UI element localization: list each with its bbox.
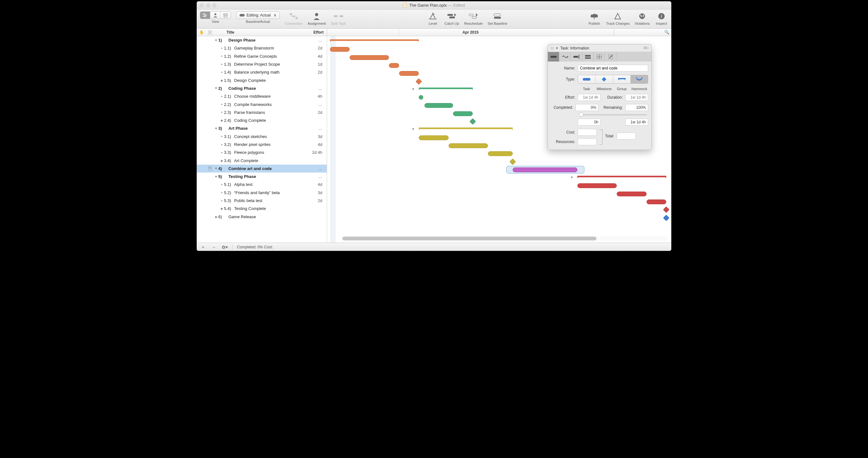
type-group-button[interactable] (613, 75, 631, 84)
gantt-milestone[interactable] (509, 159, 516, 165)
inspector-tab-resources[interactable] (582, 52, 594, 62)
assignment-toolbar-item[interactable]: Assignment (308, 11, 326, 25)
inspector-close-button[interactable] (551, 46, 554, 50)
track-changes-toolbar-item[interactable]: Track Changes (606, 11, 629, 25)
gantt-task-bar[interactable] (513, 167, 578, 172)
gantt-task-bar[interactable] (389, 63, 399, 68)
outline-row[interactable]: •5.1) Alpha test4d (197, 181, 327, 188)
outline-row[interactable]: ▼5) Testing Phase… (197, 172, 327, 181)
gantt-task-bar[interactable] (488, 151, 513, 156)
cost-input[interactable] (578, 129, 597, 136)
effort-input[interactable] (578, 94, 600, 101)
add-button[interactable]: + (200, 244, 206, 250)
gantt-milestone[interactable] (469, 118, 476, 125)
disclosure-triangle-icon[interactable]: ▼ (556, 46, 558, 50)
calendar-view-button[interactable] (220, 12, 230, 19)
gantt-milestone[interactable] (663, 206, 670, 213)
title-column-header[interactable]: Title (214, 30, 308, 35)
split-task-toolbar-item[interactable]: Split Task (331, 11, 346, 25)
gantt-task-bar[interactable] (617, 192, 647, 196)
disclosure-triangle-icon[interactable]: ▼ (214, 39, 218, 42)
outline-row[interactable]: •2.2) Compile frameworks… (197, 100, 327, 108)
total-input[interactable] (617, 133, 636, 139)
outline-row[interactable]: •5.3) Public beta test2d (197, 197, 327, 204)
horizontal-scrollbar[interactable] (342, 236, 668, 241)
disclosure-triangle-icon[interactable]: ▼ (214, 87, 218, 90)
outline-row[interactable]: ▼3) Art Phase… (197, 124, 327, 132)
completed-input[interactable] (576, 104, 598, 111)
set-baseline-toolbar-item[interactable]: Set Baseline (488, 11, 507, 25)
inspector-tab-custom[interactable] (594, 52, 605, 62)
gantt-view-button[interactable] (200, 12, 210, 19)
task-type-segmented[interactable] (578, 75, 648, 84)
gantt-task-bar[interactable] (647, 199, 666, 204)
gantt-task-bar[interactable] (419, 135, 448, 140)
completed-hours-input[interactable] (578, 119, 600, 126)
violations-toolbar-item[interactable]: Violations (635, 11, 650, 25)
outline-row[interactable]: •2.1) Choose middleware4h (197, 92, 327, 100)
inspect-toolbar-item[interactable]: i Inspect (655, 11, 668, 25)
gantt-task-bar[interactable] (350, 55, 389, 60)
outline-row[interactable]: •1.3) Determine Project Scope1d (197, 60, 327, 68)
inspector-tab-dependencies[interactable] (559, 52, 571, 62)
action-menu-button[interactable]: ✿▾ (221, 244, 228, 250)
task-outline[interactable]: ▼1) Design Phase…•1.1) Gameplay Brainsto… (197, 36, 327, 242)
zoom-window-button[interactable] (213, 3, 216, 7)
gantt-task-bar[interactable] (330, 47, 350, 52)
disclosure-triangle-icon[interactable]: ▼ (214, 127, 218, 130)
level-toolbar-item[interactable]: Level (426, 11, 439, 25)
outline-row[interactable]: ◆2.4) Coding Complete (197, 117, 327, 124)
reschedule-toolbar-item[interactable]: Reschedule (464, 11, 483, 25)
gantt-task-bar[interactable] (419, 95, 423, 100)
outline-row[interactable]: •1.1) Gameplay Brainstorm2d (197, 44, 327, 52)
remaining-input[interactable] (625, 104, 648, 111)
outline-row[interactable]: •3.3) Fleece polygons2d 4h (197, 149, 327, 156)
gantt-group-bar[interactable] (578, 176, 666, 177)
notes-column-icon[interactable] (206, 30, 214, 35)
inspector-tab-attachments[interactable] (605, 52, 616, 62)
outline-row[interactable]: •5.2) “Friends and family” beta3d (197, 189, 327, 197)
gantt-task-bar[interactable] (453, 111, 473, 116)
catch-up-toolbar-item[interactable]: Catch Up (444, 11, 459, 25)
remaining-hours-input[interactable] (625, 119, 648, 126)
gantt-task-bar[interactable] (399, 71, 419, 76)
minimize-window-button[interactable] (206, 3, 210, 7)
gantt-milestone[interactable] (415, 78, 422, 85)
search-icon[interactable]: 🔍 (664, 30, 670, 35)
outline-row[interactable]: •1.2) Refine Game Concepts4d (197, 52, 327, 60)
inspector-titlebar[interactable]: ▼ Task: Information ⌘1 (548, 44, 651, 52)
duration-input[interactable] (625, 94, 648, 101)
publish-toolbar-item[interactable]: Publish (588, 11, 601, 25)
outline-row[interactable]: •3.2) Render pixel sprites4d (197, 140, 327, 149)
effort-column-header[interactable]: Effort (308, 30, 327, 35)
inspector-tab-info[interactable] (548, 52, 559, 62)
disclosure-triangle-icon[interactable]: ▼ (214, 175, 218, 178)
gantt-group-bar[interactable] (419, 128, 513, 129)
gantt-task-bar[interactable] (578, 183, 617, 188)
inspector-tab-scheduling[interactable] (571, 52, 582, 62)
view-mode-segmented[interactable] (200, 11, 231, 19)
outline-row[interactable]: ◆6) Game Release (197, 213, 327, 221)
outline-row[interactable]: ◆5.4) Testing Complete (197, 204, 327, 212)
disclosure-triangle-icon[interactable]: ▼ (214, 167, 218, 170)
outline-row[interactable]: ▼4) Combine art and code… (197, 165, 327, 172)
gantt-milestone[interactable] (663, 215, 670, 221)
outline-row[interactable]: ◆1.5) Design Complete (197, 76, 327, 84)
hand-tool-icon[interactable]: ✋ (197, 30, 206, 35)
type-task-button[interactable] (578, 75, 595, 84)
connection-toolbar-item[interactable]: Connection (285, 11, 303, 25)
outline-row[interactable]: •2.3) Parse framistans2d (197, 108, 327, 117)
resources-input[interactable] (578, 138, 597, 145)
type-milestone-button[interactable] (595, 75, 613, 84)
outline-row[interactable]: ▼1) Design Phase… (197, 36, 327, 44)
type-hammock-button[interactable] (631, 75, 648, 84)
gantt-task-bar[interactable] (425, 103, 453, 108)
timeline-header[interactable]: Apr 2015 (327, 29, 614, 36)
gantt-task-bar[interactable] (448, 143, 488, 148)
remove-button[interactable]: − (211, 244, 217, 250)
task-name-input[interactable] (578, 65, 648, 72)
gantt-group-bar[interactable] (330, 39, 419, 41)
outline-row[interactable]: ▼2) Coding Phase… (197, 85, 327, 92)
resource-view-button[interactable] (210, 12, 220, 19)
completion-slider[interactable] (579, 114, 647, 116)
